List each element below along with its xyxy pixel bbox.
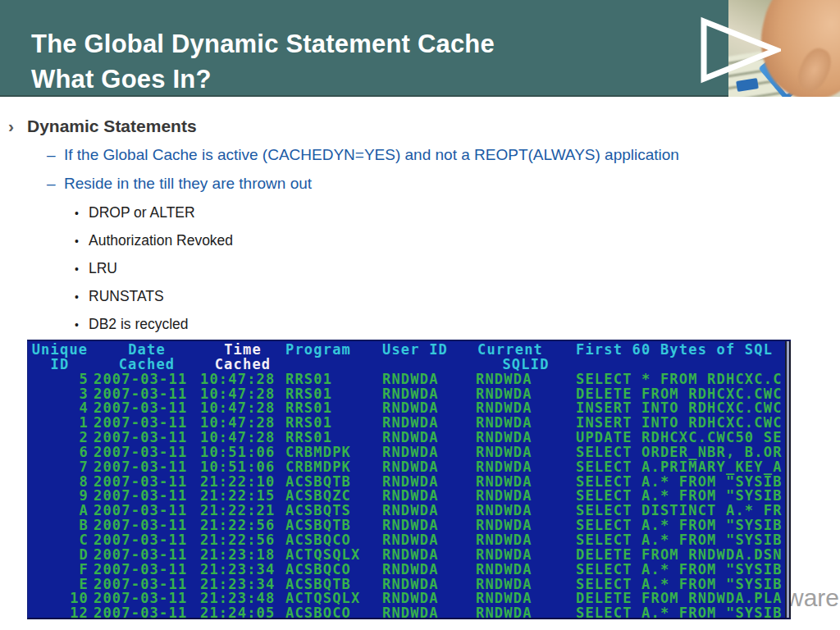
cache-table-cell: RNDWDA [476,372,576,387]
cache-table-cell: SELECT A.PRIMARY_KEY_A [576,460,785,475]
cache-table-cell: 21:22:56 [200,533,285,548]
cache-table-cell: ACSBQCO [285,606,382,619]
bullet-level3-text: LRU [89,260,117,277]
cache-table-cell: RRS01 [285,431,382,445]
cache-table-row: F2007-03-1121:23:34ACSBQCORNDWDARNDWDASE… [31,563,785,578]
cache-table-cell: RRS01 [285,387,382,402]
statement-cache-terminal-screenshot: UniqueIDDateCachedTimeCachedProgramUser … [27,340,791,619]
cache-table-cell: ACTQSQLX [285,548,382,563]
slide-title-line2: What Goes In? [31,65,212,94]
play-triangle-icon [699,16,781,84]
cache-table-row: 42007-03-1110:47:28RRS01RNDWDARNDWDAINSE… [31,401,785,416]
cache-table-cell: RNDWDA [382,416,476,431]
cache-table-cell: 10 [31,591,94,606]
cache-table-cell: INSERT INTO RDHCXC.CWC [576,401,785,416]
dash-bullet-icon: – [47,146,64,164]
cache-table-cell: DELETE FROM RNDWDA.PLA [576,591,785,606]
cache-table-cell: 10:47:28 [200,401,285,416]
cache-table-cell: CRBMDPK [285,460,382,475]
cache-table-cell: 21:22:15 [200,489,285,504]
cache-table-cell: RNDWDA [382,431,476,445]
bullet-level3-text: DB2 is recycled [89,316,189,333]
bullet-level1-text: Dynamic Statements [27,116,197,136]
cache-table-cell: RNDWDA [382,548,476,563]
cache-table-cell: RRS01 [285,372,382,387]
cache-table-cell: 10:47:28 [200,416,285,431]
cache-table-row: A2007-03-1121:22:21ACSBQTSRNDWDARNDWDASE… [31,504,785,518]
cache-table-cell: 2007-03-11 [94,489,200,504]
cache-table-cell: DELETE FROM RDHCXC.CWC [576,387,785,402]
cache-table-cell: F [31,563,94,578]
dash-bullet-icon: – [47,175,64,193]
bullet-dynamic-statements: › Dynamic Statements [8,116,197,136]
cache-table-cell: 7 [31,460,94,475]
dot-bullet-icon: • [75,316,89,334]
terminal-column-header: DateCached [94,343,200,372]
cache-table-cell: RNDWDA [476,445,576,460]
cache-table-cell: INSERT INTO RDHCXC.CWC [576,416,785,431]
cache-table-cell: ACSBQTS [285,504,382,518]
cache-table-cell: 2007-03-11 [94,606,200,619]
cache-table-cell: RNDWDA [382,372,476,387]
cache-table-cell: 12 [31,606,94,619]
cache-table-cell: 10:51:06 [200,460,285,475]
cache-table-cell: SELECT A.* FROM "SYSIB [576,606,785,619]
cache-table-row: 62007-03-1110:51:06CRBMDPKRNDWDARNDWDASE… [31,445,785,460]
cache-table-cell: 3 [31,387,94,402]
dot-bullet-icon: • [75,232,89,250]
cache-table-cell: SELECT A.* FROM "SYSIB [576,563,785,578]
cache-table-row: 92007-03-1121:22:15ACSBQZCRNDWDARNDWDASE… [31,489,785,504]
cache-table-row: E2007-03-1121:23:34ACSBQTBRNDWDARNDWDASE… [31,578,785,592]
cache-table-cell: E [31,578,94,592]
cache-table-cell: RNDWDA [382,475,476,490]
cache-table-cell: RNDWDA [476,578,576,592]
dot-bullet-icon: • [75,288,89,306]
bullet-level2-text: Reside in the till they are thrown out [64,175,312,193]
cache-table-cell: RNDWDA [476,416,576,431]
cache-table-cell: ACSBQCO [285,533,382,548]
bullet-cache-active: – If the Global Cache is active (CACHEDY… [47,146,679,164]
cache-table-cell: RNDWDA [476,460,576,475]
cache-table-cell: RNDWDA [382,606,476,619]
slide: { "header": { "title_line1": "The Global… [0,0,840,630]
terminal-column-header: TimeCached [200,343,285,372]
cache-table-cell: ACSBQZC [285,489,382,504]
cache-table-row: 82007-03-1121:22:10ACSBQTBRNDWDARNDWDASE… [31,475,785,490]
cache-table-cell: RNDWDA [476,548,576,563]
cache-table-cell: 21:23:18 [200,548,285,563]
terminal-body: 52007-03-1110:47:28RRS01RNDWDARNDWDASELE… [31,372,785,619]
cache-table-cell: 4 [31,401,94,416]
bullet-level3-text: RUNSTATS [89,288,164,305]
bullet-runstats: • RUNSTATS [75,288,164,306]
cache-table-cell: D [31,548,94,563]
cache-table-cell: RNDWDA [476,489,576,504]
cache-table-cell: 2007-03-11 [94,548,200,563]
cache-table-cell: 5 [31,372,94,387]
cache-table-cell: RNDWDA [476,563,576,578]
cache-table-cell: ACTQSQLX [285,591,382,606]
cache-table-cell: RRS01 [285,416,382,431]
bullet-lru: • LRU [75,260,117,278]
watermark-text: ware [786,584,839,612]
cache-table-cell: ACSBQTB [285,578,382,592]
cache-table-cell: 21:23:34 [200,563,285,578]
bullet-db2-recycled: • DB2 is recycled [75,316,189,334]
bullet-reside-until-thrown-out: – Reside in the till they are thrown out [47,175,312,193]
bullet-level3-text: DROP or ALTER [89,204,195,221]
dot-bullet-icon: • [75,204,89,222]
cache-table-cell: RNDWDA [382,563,476,578]
cache-table-row: 52007-03-1110:47:28RRS01RNDWDARNDWDASELE… [31,372,785,387]
cache-table-cell: RNDWDA [382,460,476,475]
cache-table-cell: RNDWDA [382,578,476,592]
cache-table-row: B2007-03-1121:22:56ACSBQTBRNDWDARNDWDASE… [31,518,785,533]
cache-table-row: 122007-03-1121:24:05ACSBQCORNDWDARNDWDAS… [31,606,785,619]
cache-table-cell: 1 [31,416,94,431]
cache-table-cell: RNDWDA [382,445,476,460]
cache-table-row: 32007-03-1110:47:28RRS01RNDWDARNDWDADELE… [31,387,785,402]
cache-table-cell: 21:22:56 [200,518,285,533]
cache-table-cell: 10:47:28 [200,387,285,402]
cache-table-cell: SELECT A.* FROM "SYSIB [576,475,785,490]
cache-table-cell: RNDWDA [476,606,576,619]
cache-table-cell: 2007-03-11 [94,460,200,475]
cache-table-cell: 8 [31,475,94,490]
